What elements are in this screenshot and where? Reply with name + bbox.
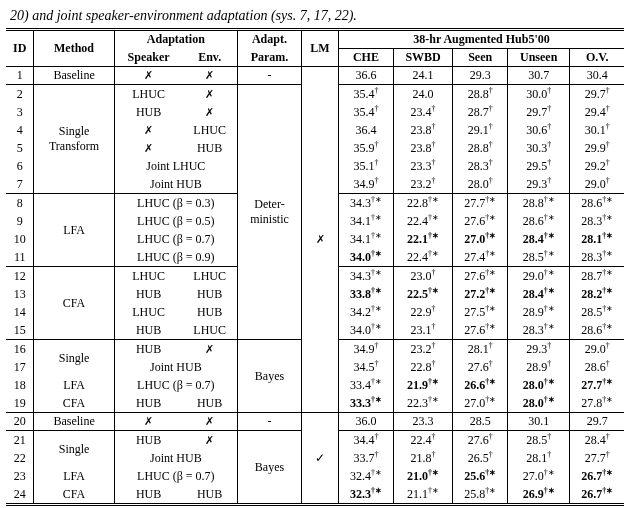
col-adaptation: Adaptation — [114, 30, 237, 49]
cell-method: LFA — [34, 194, 114, 267]
col-swbd: SWBD — [393, 49, 452, 67]
cell-unseen: 28.0†∗ — [508, 376, 570, 394]
cell-ov: 27.7† — [570, 449, 624, 467]
cell-id: 21 — [6, 431, 34, 450]
cell-swbd: 22.4† — [393, 431, 452, 450]
cell-seen: 28.5 — [453, 413, 508, 431]
cell-ov: 26.7†∗ — [570, 467, 624, 485]
table-caption-fragment: 20) and joint speaker-environment adapta… — [10, 8, 620, 24]
cell-adapt: LHUC (β = 0.7) — [114, 467, 237, 485]
cell-id: 9 — [6, 212, 34, 230]
cell-id: 19 — [6, 394, 34, 413]
cell-seen: 27.6†∗ — [453, 267, 508, 286]
cell-seen: 27.6†∗ — [453, 321, 508, 340]
table-row: 1 Baseline ✗ ✗ - ✗ 36.6 24.1 29.3 30.7 3… — [6, 67, 624, 85]
cell-id: 23 — [6, 467, 34, 485]
cell-seen: 27.7†∗ — [453, 194, 508, 213]
cell-unseen: 30.1 — [508, 413, 570, 431]
cell-unseen: 29.3† — [508, 340, 570, 359]
cell-seen: 28.7† — [453, 103, 508, 121]
cell-seen: 29.1† — [453, 121, 508, 139]
col-che: CHE — [339, 49, 394, 67]
cell-che: 34.4† — [339, 431, 394, 450]
cell-id: 4 — [6, 121, 34, 139]
col-lm: LM — [302, 30, 339, 67]
cell-ov: 29.4† — [570, 103, 624, 121]
cell-che: 34.1†∗ — [339, 230, 394, 248]
cell-id: 13 — [6, 285, 34, 303]
cell-ov: 26.7†∗ — [570, 485, 624, 505]
cell-param: - — [237, 413, 301, 431]
cell-adapt: LHUC (β = 0.7) — [114, 376, 237, 394]
cell-spk: HUB — [114, 285, 182, 303]
cell-id: 16 — [6, 340, 34, 359]
cell-id: 8 — [6, 194, 34, 213]
cell-unseen: 30.3† — [508, 139, 570, 157]
cell-spk: HUB — [114, 103, 182, 121]
cell-swbd: 23.4† — [393, 103, 452, 121]
cell-spk: HUB — [114, 321, 182, 340]
cell-seen: 27.5†∗ — [453, 303, 508, 321]
cell-id: 24 — [6, 485, 34, 505]
cell-method: Single — [34, 431, 114, 468]
cell-seen: 27.6† — [453, 358, 508, 376]
col-metric-group: 38-hr Augmented Hub5'00 — [339, 30, 624, 49]
cell-ov: 27.7†∗ — [570, 376, 624, 394]
cell-adapt: LHUC (β = 0.3) — [114, 194, 237, 213]
cell-method: CFA — [34, 485, 114, 505]
cell-unseen: 28.0†∗ — [508, 394, 570, 413]
cell-spk: LHUC — [114, 303, 182, 321]
col-adapt-param-l2: Param. — [237, 49, 301, 67]
cell-swbd: 24.0 — [393, 85, 452, 104]
cell-swbd: 23.2† — [393, 340, 452, 359]
cell-env: ✗ — [182, 67, 237, 85]
cell-che: 32.3†∗ — [339, 485, 394, 505]
cell-ov: 29.2† — [570, 157, 624, 175]
cell-seen: 27.0†∗ — [453, 394, 508, 413]
cell-che: 34.3†∗ — [339, 267, 394, 286]
cell-seen: 27.2†∗ — [453, 285, 508, 303]
cell-env: ✗ — [182, 413, 237, 431]
cell-ov: 28.5†∗ — [570, 303, 624, 321]
cell-id: 20 — [6, 413, 34, 431]
cell-che: 36.4 — [339, 121, 394, 139]
table-row: 20 Baseline ✗ ✗ - ✓ 36.0 23.3 28.5 30.1 … — [6, 413, 624, 431]
cell-joint: Joint LHUC — [114, 157, 237, 175]
cell-che: 33.3†∗ — [339, 394, 394, 413]
cell-che: 34.9† — [339, 340, 394, 359]
cell-seen: 25.6†∗ — [453, 467, 508, 485]
col-ov: O.V. — [570, 49, 624, 67]
cell-unseen: 29.7† — [508, 103, 570, 121]
cell-env: HUB — [182, 139, 237, 157]
cell-param: - — [237, 67, 301, 85]
cell-unseen: 29.5† — [508, 157, 570, 175]
cell-swbd: 23.8† — [393, 121, 452, 139]
col-seen: Seen — [453, 49, 508, 67]
cell-swbd: 23.0† — [393, 267, 452, 286]
cell-method: Baseline — [34, 413, 114, 431]
cell-unseen: 27.0†∗ — [508, 467, 570, 485]
cell-che: 33.7† — [339, 449, 394, 467]
cell-seen: 26.5† — [453, 449, 508, 467]
cell-che: 35.1† — [339, 157, 394, 175]
cell-lm: ✗ — [302, 67, 339, 413]
cell-spk: HUB — [114, 485, 182, 505]
cell-env: ✗ — [182, 431, 237, 450]
cell-ov: 29.7 — [570, 413, 624, 431]
cell-method: LFA — [34, 467, 114, 485]
cell-che: 35.4† — [339, 103, 394, 121]
cell-id: 22 — [6, 449, 34, 467]
cell-spk: HUB — [114, 431, 182, 450]
cell-seen: 28.8† — [453, 85, 508, 104]
cell-id: 1 — [6, 67, 34, 85]
param-l1: Deter- — [241, 197, 298, 212]
cell-id: 18 — [6, 376, 34, 394]
cell-che: 34.0†∗ — [339, 321, 394, 340]
cell-id: 5 — [6, 139, 34, 157]
cell-param: Bayes — [237, 340, 301, 413]
cell-ov: 28.6†∗ — [570, 194, 624, 213]
col-method: Method — [34, 30, 114, 67]
col-adapt-param-l1: Adapt. — [237, 30, 301, 49]
cell-unseen: 28.9† — [508, 358, 570, 376]
cell-env: HUB — [182, 303, 237, 321]
